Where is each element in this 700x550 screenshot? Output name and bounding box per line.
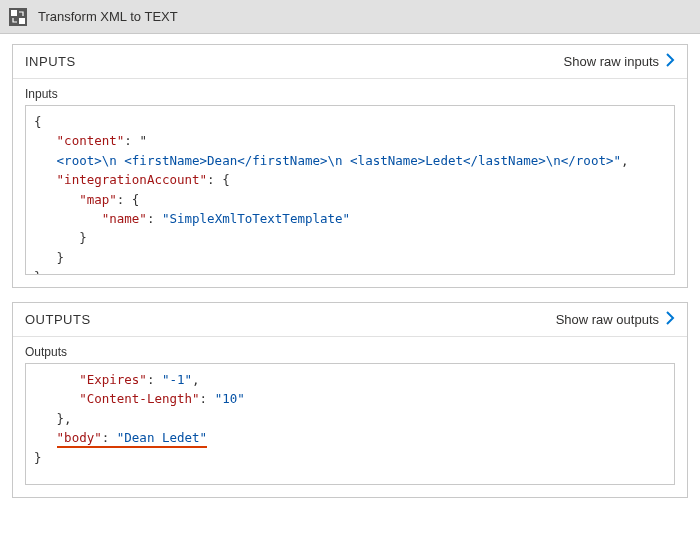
outputs-code: "Expires": "-1", "Content-Length": "10" … xyxy=(34,370,666,484)
show-raw-inputs-button[interactable]: Show raw inputs xyxy=(564,53,675,70)
show-raw-outputs-label: Show raw outputs xyxy=(556,312,659,327)
chevron-right-icon xyxy=(665,311,675,328)
titlebar: Transform XML to TEXT xyxy=(0,0,700,34)
page-title: Transform XML to TEXT xyxy=(38,9,178,24)
inputs-code: { "content": " <root>\n <firstName>Dean<… xyxy=(34,112,666,274)
inputs-code-scroll[interactable]: { "content": " <root>\n <firstName>Dean<… xyxy=(26,106,674,274)
inputs-panel-header: INPUTS Show raw inputs xyxy=(13,45,687,79)
transform-icon xyxy=(8,7,28,27)
outputs-panel-title: OUTPUTS xyxy=(25,312,91,327)
outputs-code-box: "Expires": "-1", "Content-Length": "10" … xyxy=(25,363,675,485)
outputs-code-scroll[interactable]: "Expires": "-1", "Content-Length": "10" … xyxy=(26,364,674,484)
outputs-panel-body: Outputs "Expires": "-1", "Content-Length… xyxy=(13,337,687,497)
inputs-panel-body: Inputs { "content": " <root>\n <firstNam… xyxy=(13,79,687,287)
outputs-panel-header: OUTPUTS Show raw outputs xyxy=(13,303,687,337)
inputs-panel-title: INPUTS xyxy=(25,54,76,69)
content-area: INPUTS Show raw inputs Inputs { "content… xyxy=(0,34,700,522)
svg-rect-1 xyxy=(11,10,17,16)
inputs-sub-label: Inputs xyxy=(25,87,675,101)
show-raw-outputs-button[interactable]: Show raw outputs xyxy=(556,311,675,328)
svg-rect-2 xyxy=(19,18,25,24)
inputs-panel: INPUTS Show raw inputs Inputs { "content… xyxy=(12,44,688,288)
show-raw-inputs-label: Show raw inputs xyxy=(564,54,659,69)
inputs-code-box: { "content": " <root>\n <firstName>Dean<… xyxy=(25,105,675,275)
outputs-sub-label: Outputs xyxy=(25,345,675,359)
outputs-panel: OUTPUTS Show raw outputs Outputs "Expire… xyxy=(12,302,688,498)
chevron-right-icon xyxy=(665,53,675,70)
